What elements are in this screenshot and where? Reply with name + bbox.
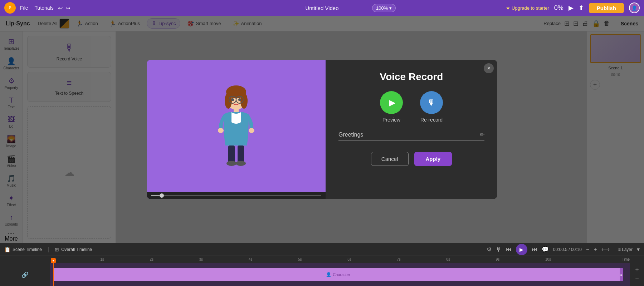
undo-redo-group: ↩ ↪ (58, 5, 70, 11)
track-label-col: 🔗 (0, 263, 50, 286)
rerecord-control: 🎙 Re-record (420, 91, 443, 123)
ruler-mark-0: 0s (50, 257, 99, 261)
timeline-prev-button[interactable]: ⏮ (506, 246, 512, 253)
modal-overlay: × (0, 16, 644, 243)
timeline-header: 📋 Scene Timeline | ⊞ Overall Timeline ⚙ … (0, 243, 644, 256)
ruler-marks: 0s 1s 2s 3s 4s 5s 6s 7s 8s 9s 10s (50, 257, 594, 261)
ruler-mark-3: 3s (199, 257, 248, 261)
track-add-col: + − (630, 263, 644, 286)
timeline-time: 00:00.5 / 00:10 (553, 247, 582, 252)
timeline-layer-label: ≡ Layer (618, 247, 633, 252)
mic-icon: 🎙 (427, 98, 436, 108)
apply-button[interactable]: Apply (414, 152, 452, 166)
track-link-icon: 🔗 (21, 271, 29, 278)
share-button[interactable]: ⬆ (579, 4, 584, 12)
ruler-mark-1: 1s (99, 257, 149, 261)
timeline-caption-button[interactable]: 💬 (542, 246, 549, 253)
svg-point-12 (218, 128, 224, 133)
svg-point-5 (240, 93, 248, 109)
timeline-zoom-in-button[interactable]: + (594, 246, 597, 253)
ruler-mark-8: 8s (446, 257, 495, 261)
svg-point-13 (249, 128, 254, 133)
svg-rect-14 (228, 146, 235, 163)
ruler-mark-4: 4s (248, 257, 297, 261)
preview-label: Preview (382, 117, 400, 123)
playhead[interactable]: ▼ (53, 263, 54, 286)
topbar-menu: File Tutorials (20, 5, 54, 11)
character-track-bar[interactable]: 👤 Character ≡ (53, 268, 623, 281)
upgrade-button[interactable]: ★ Upgrade to starter (506, 5, 549, 11)
zoom-value: 100% (376, 5, 388, 11)
timer-button[interactable]: 0% (554, 4, 564, 12)
modal-title: Voice Record (380, 71, 443, 83)
ruler-mark-7: 7s (396, 257, 445, 261)
play-icon: ▶ (389, 98, 395, 108)
modal-close-button[interactable]: × (484, 63, 494, 73)
track-bar-label: Character (333, 272, 350, 277)
tutorials-menu[interactable]: Tutorials (35, 5, 54, 11)
user-avatar[interactable]: 👤 (629, 3, 640, 13)
document-title: Untitled Video (305, 5, 338, 11)
top-bar: P File Tutorials ↩ ↪ Untitled Video 100%… (0, 0, 644, 16)
timeline-controls: ⚙ 🎙 ⏮ ▶ ⏭ 💬 00:00.5 / 00:10 − + ⟺ ≡ Laye… (487, 244, 640, 255)
overall-timeline-icon: ⊞ (55, 247, 59, 252)
svg-text:P: P (9, 6, 11, 10)
scene-timeline-icon: 📋 (4, 247, 10, 252)
timeline: 📋 Scene Timeline | ⊞ Overall Timeline ⚙ … (0, 243, 644, 286)
preview-control: ▶ Preview (380, 91, 403, 123)
scene-timeline-tab[interactable]: 📋 Scene Timeline (4, 247, 42, 252)
track-resize-handle[interactable]: ≡ (620, 268, 623, 281)
svg-point-10 (238, 98, 241, 101)
scene-timeline-label: Scene Timeline (13, 247, 42, 252)
star-icon: ★ (506, 5, 510, 11)
avatar-icon: 👤 (631, 5, 637, 11)
timeline-ruler: 0s 1s 2s 3s 4s 5s 6s 7s 8s 9s 10s Time (0, 256, 644, 263)
voice-name-input[interactable] (338, 132, 477, 138)
zoom-control[interactable]: 100% ▾ (372, 4, 396, 12)
timeline-layer-expand[interactable]: ▾ (637, 246, 640, 253)
svg-point-9 (231, 98, 234, 101)
modal-controls: ▶ Preview 🎙 Re-record (380, 91, 443, 123)
cancel-button[interactable]: Cancel (371, 152, 409, 166)
timeline-mic-button[interactable]: 🎙 (496, 246, 502, 253)
overall-timeline-label: Overall Timeline (61, 247, 92, 252)
track-area: ▼ 👤 Character ≡ (50, 263, 630, 286)
character-svg (211, 83, 261, 169)
playhead-top: ▼ (51, 258, 56, 263)
modal-right-panel: Voice Record ▶ Preview 🎙 Re-record (326, 60, 497, 199)
rerecord-button[interactable]: 🎙 (420, 91, 443, 114)
redo-button[interactable]: ↪ (65, 5, 70, 11)
file-menu[interactable]: File (20, 5, 28, 11)
ruler-mark-2: 2s (149, 257, 198, 261)
ruler-mark-6: 6s (347, 257, 396, 261)
svg-point-16 (226, 161, 236, 166)
publish-button[interactable]: Publish (589, 3, 624, 13)
play-preview-button[interactable]: ▶ (569, 4, 574, 12)
modal-video-preview (147, 60, 326, 199)
undo-button[interactable]: ↩ (58, 5, 63, 11)
timeline-settings-button[interactable]: ⚙ (487, 246, 492, 253)
modal-text-field: ✏ (338, 131, 484, 140)
timeline-play-button[interactable]: ▶ (516, 244, 527, 255)
timeline-zoom-out-button[interactable]: − (586, 246, 589, 253)
ruler-time-label: Time (622, 257, 630, 261)
timeline-fit-button[interactable]: ⟺ (601, 246, 610, 253)
voice-record-modal: × (147, 60, 497, 199)
zoom-chevron-icon: ▾ (389, 5, 392, 11)
ruler-mark-5: 5s (297, 257, 347, 261)
app-logo: P (4, 2, 16, 14)
modal-actions: Cancel Apply (371, 152, 452, 166)
timeline-next-button[interactable]: ⏭ (532, 246, 537, 253)
ruler-mark-9: 9s (495, 257, 545, 261)
track-remove-button[interactable]: − (635, 275, 639, 283)
svg-rect-15 (238, 146, 244, 163)
modal-video-progress (147, 192, 326, 199)
timeline-tracks: 🔗 ▼ 👤 Character ≡ + − (0, 263, 644, 286)
ruler-mark-10: 10s (545, 257, 594, 261)
edit-icon[interactable]: ✏ (480, 131, 484, 138)
rerecord-label: Re-record (420, 117, 443, 123)
track-add-button[interactable]: + (635, 266, 639, 274)
overall-timeline-tab[interactable]: ⊞ Overall Timeline (55, 247, 92, 252)
preview-play-button[interactable]: ▶ (380, 91, 403, 114)
svg-point-17 (236, 161, 246, 166)
